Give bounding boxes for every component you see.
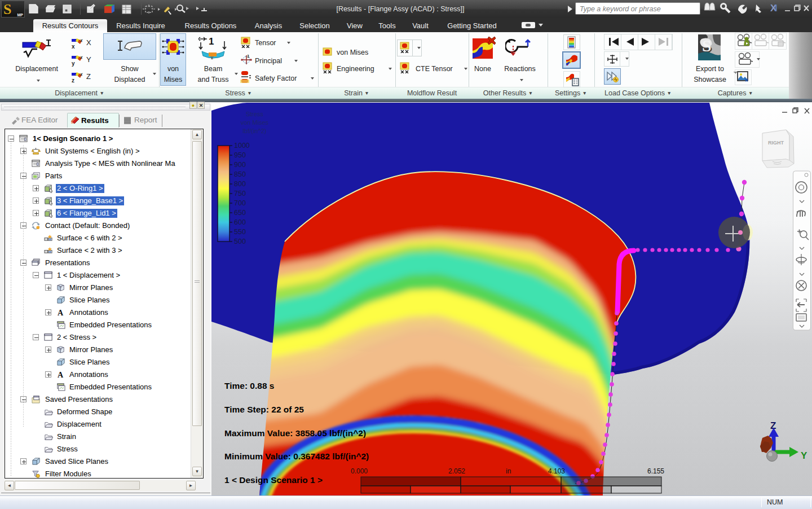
svg-text:Time: 0.88 s: Time: 0.88 s bbox=[224, 381, 274, 390]
svg-text:2.052: 2.052 bbox=[448, 467, 465, 475]
svg-text:500: 500 bbox=[234, 238, 246, 245]
svg-text:Y: Y bbox=[801, 450, 807, 461]
svg-text:800: 800 bbox=[234, 180, 246, 188]
svg-text:4.103: 4.103 bbox=[548, 467, 565, 475]
svg-text:y: y bbox=[72, 60, 75, 67]
svg-text:von Mises: von Mises bbox=[240, 119, 268, 126]
svg-text:Time Step: 22 of 25: Time Step: 22 of 25 bbox=[224, 405, 304, 414]
svg-text:lbf/(in^2): lbf/(in^2) bbox=[242, 128, 266, 134]
svg-text:Maximum Value: 3858.05 lbf/(in: Maximum Value: 3858.05 lbf/(in^2) bbox=[224, 428, 366, 438]
svg-text:S: S bbox=[702, 36, 712, 55]
svg-text:1: 1 bbox=[209, 37, 214, 47]
svg-text:550: 550 bbox=[234, 228, 246, 236]
svg-text:900: 900 bbox=[234, 161, 246, 169]
svg-text:𝑥: 𝑥 bbox=[80, 55, 83, 60]
svg-text:600: 600 bbox=[234, 218, 246, 226]
svg-text:950: 950 bbox=[234, 151, 246, 159]
svg-text:Stress: Stress bbox=[245, 111, 263, 117]
svg-text:A: A bbox=[58, 308, 64, 317]
svg-text:0.000: 0.000 bbox=[351, 467, 368, 475]
svg-text:𝑥: 𝑥 bbox=[80, 72, 83, 77]
svg-text:750: 750 bbox=[234, 190, 246, 198]
svg-text:650: 650 bbox=[234, 209, 246, 217]
svg-text:1000: 1000 bbox=[234, 142, 250, 150]
svg-text:1 < Design Scenario 1 >: 1 < Design Scenario 1 > bbox=[224, 475, 323, 485]
svg-text:l: l bbox=[775, 3, 778, 14]
svg-text:A: A bbox=[58, 370, 64, 379]
svg-text:1: 1 bbox=[247, 54, 250, 59]
svg-text:in: in bbox=[506, 467, 511, 475]
svg-text:x: x bbox=[72, 43, 75, 50]
svg-text:RIGHT: RIGHT bbox=[768, 140, 784, 146]
svg-text:6.155: 6.155 bbox=[647, 467, 664, 475]
svg-text:𝑥: 𝑥 bbox=[80, 38, 83, 43]
svg-text:850: 850 bbox=[234, 170, 246, 178]
svg-text:z: z bbox=[72, 77, 74, 84]
svg-text:Minimum Value: 0.367482 lbf/(i: Minimum Value: 0.367482 lbf/(in^2) bbox=[224, 451, 369, 461]
svg-text:700: 700 bbox=[234, 199, 246, 207]
